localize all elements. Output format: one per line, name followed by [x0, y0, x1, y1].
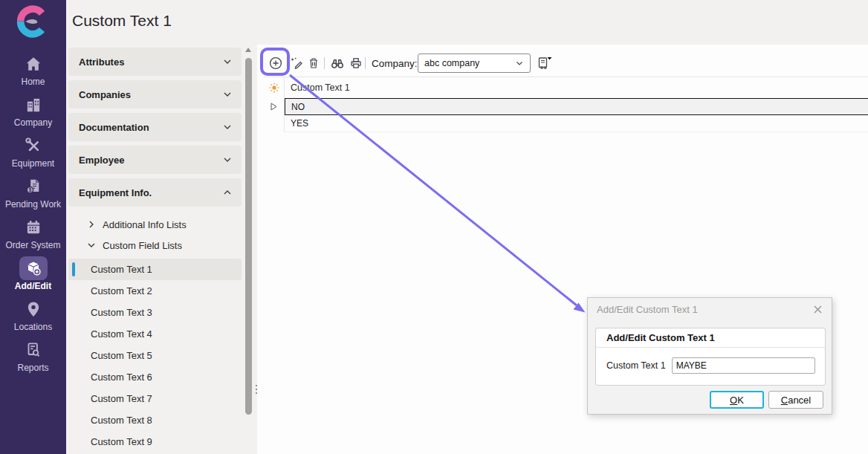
custom-text-input[interactable] — [672, 357, 815, 374]
accordion-section-attributes[interactable]: Attributes — [68, 48, 242, 76]
tree-item-custom-text-4[interactable]: Custom Text 4 — [68, 323, 242, 345]
panel-scrollbar[interactable] — [245, 46, 252, 454]
sidebar-item-company[interactable]: Company — [0, 90, 66, 131]
chevron-down-icon — [515, 59, 524, 68]
tree-item-custom-text-1[interactable]: Custom Text 1 — [68, 259, 242, 280]
dialog-groupbox: Add/Edit Custom Text 1 Custom Text 1 — [595, 328, 826, 386]
sidebar-item-locations[interactable]: Locations — [0, 294, 66, 335]
sidebar-rail: Home Company Equipment — [0, 0, 66, 454]
add-icon[interactable] — [268, 56, 283, 71]
tools-icon — [24, 136, 43, 155]
sidebar-item-label: Company — [14, 117, 52, 128]
add-edit-dialog: Add/Edit Custom Text 1 Add/Edit Custom T… — [587, 297, 832, 415]
tree-item-additional-info-lists[interactable]: Additional Info Lists — [68, 214, 242, 235]
selected-indicator — [72, 262, 75, 276]
section-label: Attributes — [79, 56, 124, 68]
tree-item-label: Custom Field Lists — [103, 240, 182, 251]
row-gutter — [264, 115, 285, 132]
building-icon — [24, 95, 43, 114]
svg-text:$: $ — [28, 187, 31, 193]
accordion-section-equipment-info[interactable]: Equipment Info. — [68, 178, 242, 207]
custom-text-list: Custom Text 1 Custom Text 2 Custom Text … — [68, 259, 242, 453]
delete-icon[interactable] — [307, 56, 320, 70]
sidebar-item-reports[interactable]: Reports — [0, 335, 66, 376]
row-indicator-gutter — [264, 98, 285, 115]
tree-item-label: Custom Text 3 — [91, 307, 152, 318]
ok-button-label: O — [730, 395, 737, 406]
sidebar-item-equipment[interactable]: Equipment — [0, 131, 66, 172]
sidebar-item-label: Order System — [5, 240, 60, 250]
chevron-down-icon — [87, 241, 96, 250]
tree-item-custom-text-6[interactable]: Custom Text 6 — [68, 366, 242, 388]
column-header[interactable]: Custom Text 1 — [285, 77, 868, 98]
chevron-up-icon — [222, 187, 233, 198]
sidebar-nav: Home Company Equipment — [0, 49, 66, 376]
equipment-info-tree: Additional Info Lists Custom Field Lists… — [68, 214, 242, 453]
company-select[interactable]: abc company — [418, 53, 531, 73]
row-indicator-icon — [271, 103, 277, 111]
tree-item-label: Custom Text 4 — [91, 328, 152, 340]
page-title: Custom Text 1 — [72, 12, 172, 30]
sidebar-item-home[interactable]: Home — [0, 49, 66, 90]
grid-cell[interactable]: YES — [285, 115, 868, 132]
scroll-up-arrow-icon[interactable] — [245, 48, 251, 52]
sidebar-item-pending-work[interactable]: $ Pending Work — [0, 172, 66, 213]
custom-text-field-row: Custom Text 1 — [596, 348, 825, 374]
tree-item-label: Additional Info Lists — [103, 219, 187, 230]
home-icon — [24, 54, 43, 74]
tree-item-custom-text-3[interactable]: Custom Text 3 — [68, 302, 242, 323]
tree-item-label: Custom Text 6 — [91, 372, 152, 383]
scrollbar-thumb[interactable] — [245, 58, 252, 415]
section-label: Equipment Info. — [79, 187, 152, 198]
sidebar-item-label: Reports — [17, 363, 48, 373]
find-icon[interactable] — [330, 56, 345, 71]
tree-item-custom-field-lists[interactable]: Custom Field Lists — [68, 235, 242, 256]
tree-item-custom-text-5[interactable]: Custom Text 5 — [68, 345, 242, 366]
grid-cell[interactable]: NO — [285, 98, 868, 115]
cancel-button-label: C — [781, 395, 788, 406]
accordion-section-documentation[interactable]: Documentation — [68, 113, 242, 141]
dialog-buttons: OK Cancel — [710, 391, 823, 409]
company-label: Company: — [372, 58, 418, 69]
invoice-icon: $ — [24, 177, 43, 196]
chevron-down-icon — [222, 155, 233, 165]
report-search-icon — [24, 340, 43, 360]
sun-icon — [268, 82, 280, 94]
sidebar-item-label: Pending Work — [5, 199, 61, 210]
close-icon[interactable] — [813, 305, 823, 314]
sidebar-item-order-system[interactable]: Order System — [0, 213, 66, 253]
nav-panel: Attributes Companies Documentation Emplo… — [68, 48, 242, 211]
field-label: Custom Text 1 — [606, 360, 666, 371]
tree-item-custom-text-2[interactable]: Custom Text 2 — [68, 280, 242, 302]
tree-item-label: Custom Text 1 — [91, 264, 152, 275]
tree-item-label: Custom Text 5 — [91, 350, 152, 361]
grid-row-yes[interactable]: YES — [264, 115, 868, 132]
app-logo-icon — [16, 4, 50, 39]
tree-item-custom-text-9[interactable]: Custom Text 9 — [68, 431, 242, 453]
sidebar-item-label: Add/Edit — [15, 281, 51, 291]
cancel-button[interactable]: Cancel — [768, 391, 823, 409]
grid-row-no[interactable]: NO — [264, 98, 868, 115]
sidebar-item-add-edit[interactable]: Add/Edit — [0, 253, 66, 294]
toolbar-separator — [324, 57, 325, 69]
groupbox-title: Add/Edit Custom Text 1 — [596, 328, 825, 348]
export-icon[interactable] — [537, 54, 554, 72]
edit-icon[interactable] — [289, 56, 304, 71]
app-window: Home Company Equipment — [0, 0, 868, 454]
print-icon[interactable] — [349, 56, 363, 71]
map-pin-icon — [24, 299, 43, 319]
grid-header-row: Custom Text 1 — [264, 77, 868, 98]
tree-item-custom-text-8[interactable]: Custom Text 8 — [68, 409, 242, 431]
ok-button[interactable]: OK — [710, 391, 764, 409]
calendar-icon — [24, 218, 43, 237]
data-grid: Custom Text 1 NO YES — [264, 77, 868, 132]
accordion-section-companies[interactable]: Companies — [68, 80, 242, 108]
toolbar-separator — [365, 57, 366, 69]
chevron-down-icon — [222, 89, 233, 100]
accordion-section-employee[interactable]: Employee — [68, 146, 242, 174]
company-select-value: abc company — [424, 58, 479, 68]
tree-item-custom-text-7[interactable]: Custom Text 7 — [68, 388, 242, 409]
tree-item-label: Custom Text 7 — [91, 393, 152, 404]
tree-item-label: Custom Text 9 — [91, 436, 152, 447]
section-label: Companies — [79, 89, 131, 100]
